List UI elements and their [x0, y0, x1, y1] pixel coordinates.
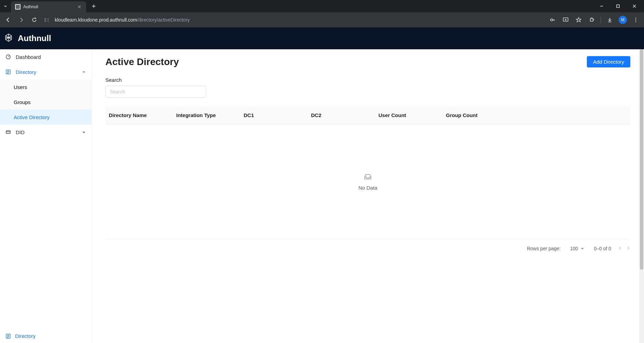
- sidebar-item-label: Directory: [16, 69, 77, 75]
- svg-point-3: [551, 19, 553, 21]
- th-directory-name: Directory Name: [105, 112, 173, 118]
- inbox-empty-icon: [364, 173, 372, 182]
- th-group-count: Group Count: [442, 112, 630, 118]
- window-maximize-button[interactable]: [611, 1, 625, 12]
- app-logo-text: Authnull: [18, 34, 51, 43]
- url-path: /directory/activeDirectory: [137, 17, 190, 23]
- app-logo[interactable]: Authnull: [4, 33, 51, 43]
- scrollbar[interactable]: [639, 49, 644, 343]
- search-block: Search: [105, 77, 630, 98]
- sidebar-item-did[interactable]: DID: [0, 125, 91, 140]
- browser-forward-button[interactable]: [16, 14, 27, 25]
- sidebar: Dashboard Directory Users Groups: [0, 49, 92, 343]
- sidebar-breadcrumb-label: Directory: [15, 333, 36, 339]
- scrollbar-thumb[interactable]: [640, 49, 643, 270]
- did-icon: [5, 129, 11, 135]
- search-label: Search: [105, 77, 630, 83]
- sidebar-sub-users[interactable]: Users: [0, 79, 91, 94]
- svg-rect-1: [16, 5, 20, 9]
- browser-tab-bar: Authnull ✕: [0, 0, 644, 12]
- browser-back-button[interactable]: [3, 14, 14, 25]
- url-bar[interactable]: kloudlearn.kloudone.prod.authnull.com/di…: [53, 17, 545, 23]
- svg-rect-10: [6, 131, 10, 134]
- app-logo-icon: [4, 33, 13, 43]
- search-input[interactable]: [105, 86, 206, 98]
- sidebar-sub-active-directory[interactable]: Active Directory: [0, 110, 91, 125]
- chevron-down-icon: [82, 129, 86, 135]
- window-minimize-button[interactable]: [595, 1, 608, 12]
- chrome-menu-icon[interactable]: [630, 14, 641, 25]
- rows-per-page-value: 100: [570, 246, 578, 251]
- main-content: Active Directory Add Directory Search Di…: [92, 49, 644, 343]
- site-info-icon[interactable]: [42, 15, 51, 25]
- th-dc1: DC1: [240, 112, 308, 118]
- chevron-up-icon: [82, 69, 86, 75]
- sidebar-item-directory[interactable]: Directory: [0, 64, 91, 79]
- toolbar-separator: [601, 16, 601, 23]
- svg-point-6: [635, 20, 636, 21]
- pagination: Rows per page: 100 0–0 of 0: [105, 239, 630, 258]
- url-host: kloudlearn.kloudone.prod.authnull.com: [55, 17, 137, 23]
- sidebar-item-dashboard[interactable]: Dashboard: [0, 49, 91, 64]
- sidebar-sub-label: Active Directory: [14, 114, 50, 120]
- dashboard-icon: [5, 54, 11, 60]
- th-user-count: User Count: [375, 112, 442, 118]
- pagination-range: 0–0 of 0: [594, 246, 611, 251]
- window-close-button[interactable]: [628, 1, 641, 12]
- install-app-icon[interactable]: [560, 14, 571, 25]
- pagination-prev-button[interactable]: [618, 246, 622, 251]
- password-key-icon[interactable]: [547, 14, 558, 25]
- directory-icon: [5, 333, 11, 339]
- directory-table: Directory Name Integration Type DC1 DC2 …: [105, 106, 630, 258]
- sidebar-breadcrumb[interactable]: Directory: [0, 329, 91, 343]
- th-dc2: DC2: [308, 112, 375, 118]
- tab-favicon-icon: [15, 4, 21, 10]
- sidebar-sub-groups[interactable]: Groups: [0, 94, 91, 110]
- downloads-icon[interactable]: [604, 14, 615, 25]
- new-tab-button[interactable]: [89, 1, 99, 11]
- app-header: Authnull: [0, 27, 644, 49]
- profile-avatar[interactable]: M: [617, 14, 628, 25]
- add-directory-button[interactable]: Add Directory: [587, 56, 630, 67]
- bookmark-star-icon[interactable]: [573, 14, 584, 25]
- tab-search-button[interactable]: [0, 0, 11, 12]
- sidebar-item-label: DID: [16, 129, 77, 135]
- avatar-initial: M: [619, 16, 627, 24]
- svg-point-7: [635, 21, 636, 22]
- rows-per-page-select[interactable]: 100: [567, 244, 587, 253]
- th-integration-type: Integration Type: [173, 112, 240, 118]
- empty-state: No Data: [105, 125, 630, 239]
- sidebar-item-label: Dashboard: [16, 54, 86, 60]
- window-controls: [595, 1, 644, 12]
- browser-toolbar: kloudlearn.kloudone.prod.authnull.com/di…: [0, 12, 644, 27]
- sidebar-sub-label: Users: [14, 84, 27, 90]
- browser-tab[interactable]: Authnull ✕: [11, 1, 86, 12]
- pagination-next-button[interactable]: [626, 246, 630, 251]
- tab-title: Authnull: [23, 4, 74, 9]
- extensions-icon[interactable]: [586, 14, 597, 25]
- empty-text: No Data: [358, 185, 377, 191]
- main-header: Active Directory Add Directory: [105, 56, 630, 67]
- svg-point-5: [635, 18, 636, 19]
- page-title: Active Directory: [105, 56, 179, 67]
- directory-icon: [5, 69, 11, 75]
- sidebar-sub-label: Groups: [14, 99, 30, 105]
- table-header-row: Directory Name Integration Type DC1 DC2 …: [105, 106, 630, 125]
- sidebar-directory-submenu: Users Groups Active Directory: [0, 79, 91, 125]
- browser-reload-button[interactable]: [29, 14, 40, 25]
- svg-rect-2: [617, 5, 619, 8]
- tab-close-icon[interactable]: ✕: [77, 4, 82, 10]
- rows-per-page-label: Rows per page:: [527, 246, 561, 251]
- dropdown-chevron-icon: [581, 247, 584, 250]
